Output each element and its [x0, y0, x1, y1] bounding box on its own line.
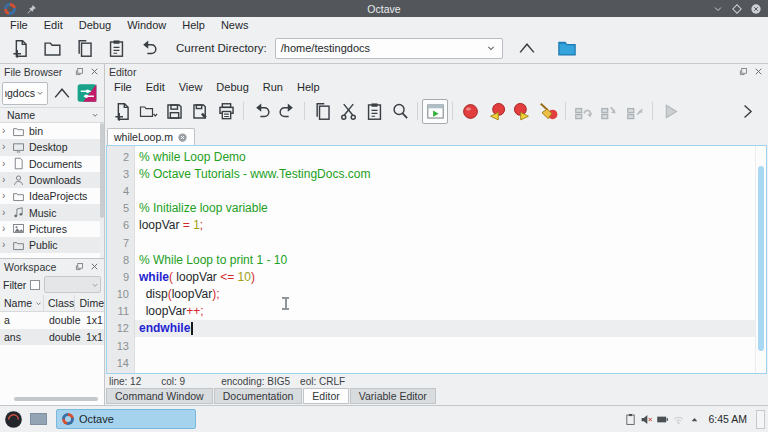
scrollbar-thumb[interactable]: [100, 123, 104, 218]
open-folder-dd-button[interactable]: [135, 99, 161, 124]
expander-icon[interactable]: ›: [2, 191, 11, 201]
find-button[interactable]: [387, 99, 413, 124]
code-lines[interactable]: 2% while Loop Demo3% Octave Tutorials - …: [107, 146, 766, 373]
main-menu-item-help[interactable]: Help: [174, 19, 213, 31]
code-editor-area[interactable]: 2% while Loop Demo3% Octave Tutorials - …: [106, 145, 767, 374]
up-directory-button[interactable]: [511, 36, 543, 60]
workspace-horizontal-scrollbar[interactable]: [14, 397, 98, 401]
chevron-down-icon[interactable]: [485, 42, 497, 54]
browse-folder-button[interactable]: [551, 36, 583, 60]
volume-muted-icon[interactable]: [640, 413, 653, 426]
filter-checkbox[interactable]: [30, 280, 40, 290]
expander-icon[interactable]: ›: [2, 159, 11, 169]
bottom-tab-editor[interactable]: Editor: [303, 388, 348, 404]
file-browser-item-downloads[interactable]: ›Downloads: [0, 172, 104, 188]
chevron-down-icon[interactable]: [90, 110, 100, 120]
code-line[interactable]: 9while( loopVar <= 10): [107, 268, 766, 285]
workspace-column-name[interactable]: Name: [0, 295, 44, 311]
overflow-button[interactable]: [734, 99, 760, 124]
open-folder-button[interactable]: [36, 36, 68, 60]
expand-tray-icon[interactable]: [688, 413, 701, 426]
bottom-tab-documentation[interactable]: Documentation: [214, 388, 303, 404]
directory-up-button[interactable]: [51, 82, 73, 104]
file-browser-column-header[interactable]: Name: [0, 107, 104, 123]
expander-icon[interactable]: ›: [2, 224, 11, 234]
breakpoint-prev-button[interactable]: [483, 99, 509, 124]
code-line[interactable]: 12endwhile: [107, 320, 766, 337]
chevron-down-icon[interactable]: [35, 88, 45, 98]
pin-icon[interactable]: [25, 2, 38, 15]
tab-close-icon[interactable]: [177, 132, 188, 143]
code-line[interactable]: 14: [107, 354, 766, 371]
application-launcher-icon[interactable]: [4, 410, 23, 429]
editor-menu-item-edit[interactable]: Edit: [139, 81, 172, 93]
paste-button[interactable]: [100, 36, 132, 60]
main-menu-item-debug[interactable]: Debug: [71, 19, 119, 31]
editor-menu-item-debug[interactable]: Debug: [209, 81, 255, 93]
workspace-row[interactable]: ansdouble1x1: [0, 329, 104, 346]
dock-close-button[interactable]: [753, 66, 764, 77]
file-browser-scrollbar[interactable]: [100, 123, 104, 258]
new-script-button[interactable]: [109, 99, 135, 124]
breakpoints-clear-button[interactable]: [535, 99, 561, 124]
step-in-button[interactable]: [596, 99, 622, 124]
editor-menu-item-file[interactable]: File: [107, 81, 139, 93]
code-line[interactable]: 2% while Loop Demo: [107, 148, 766, 165]
step-over-button[interactable]: [570, 99, 596, 124]
run-in-window-button[interactable]: [422, 99, 448, 124]
code-line[interactable]: 5% Initialize loop variable: [107, 200, 766, 217]
undo-button[interactable]: [248, 99, 274, 124]
file-browser-item-pictures[interactable]: ›Pictures: [0, 221, 104, 237]
breakpoint-toggle-button[interactable]: [457, 99, 483, 124]
code-line[interactable]: 8% While Loop to print 1 - 10: [107, 251, 766, 268]
clipboard-icon[interactable]: [624, 413, 637, 426]
code-line[interactable]: 11 loopVar++;: [107, 303, 766, 320]
new-script-button[interactable]: [4, 36, 36, 60]
clock[interactable]: 6:45 AM: [708, 413, 747, 425]
bottom-tab-command-window[interactable]: Command Window: [106, 388, 213, 404]
file-browser-titlebar[interactable]: File Browser: [0, 64, 104, 79]
cut-button[interactable]: [335, 99, 361, 124]
workspace-titlebar[interactable]: Workspace: [0, 259, 104, 274]
network-icon[interactable]: [672, 413, 685, 426]
expander-icon[interactable]: ›: [2, 126, 11, 136]
bottom-tab-variable-editor[interactable]: Variable Editor: [350, 388, 436, 404]
file-browser-item-bin[interactable]: ›bin: [0, 123, 104, 139]
dock-float-button[interactable]: [74, 261, 85, 272]
copy-button[interactable]: [309, 99, 335, 124]
editor-menu-item-help[interactable]: Help: [290, 81, 327, 93]
window-maximize-button[interactable]: [731, 3, 743, 15]
file-browser-item-music[interactable]: ›Music: [0, 204, 104, 220]
redo-button[interactable]: [274, 99, 300, 124]
breakpoint-next-button[interactable]: [509, 99, 535, 124]
window-close-button[interactable]: [750, 3, 762, 15]
main-menu-item-window[interactable]: Window: [119, 19, 174, 31]
code-line[interactable]: 3% Octave Tutorials - www.TestingDocs.co…: [107, 165, 766, 182]
file-browser-item-desktop[interactable]: ›Desktop: [0, 139, 104, 155]
code-line[interactable]: 10 disp(loopVar);: [107, 286, 766, 303]
window-minimize-button[interactable]: [712, 3, 724, 15]
editor-menu-item-run[interactable]: Run: [256, 81, 290, 93]
code-line[interactable]: 6loopVar = 1;: [107, 217, 766, 234]
undo-button[interactable]: [132, 36, 164, 60]
save-as-button[interactable]: [187, 99, 213, 124]
dock-float-button[interactable]: [74, 66, 85, 77]
code-line[interactable]: 7: [107, 234, 766, 251]
step-out-button[interactable]: [622, 99, 648, 124]
editor-menu-item-view[interactable]: View: [172, 81, 210, 93]
workspace-row[interactable]: adouble1x1: [0, 312, 104, 329]
folder-settings-button[interactable]: [76, 82, 98, 104]
window-titlebar[interactable]: Octave: [0, 0, 768, 17]
expander-icon[interactable]: ›: [2, 175, 11, 185]
dock-close-button[interactable]: [89, 66, 100, 77]
editor-titlebar[interactable]: Editor: [105, 64, 768, 79]
main-menu-item-file[interactable]: File: [2, 19, 36, 31]
battery-icon[interactable]: [656, 413, 669, 426]
file-browser-path-combobox[interactable]: testingdocs: [2, 82, 48, 105]
print-button[interactable]: [213, 99, 239, 124]
code-line[interactable]: 13: [107, 337, 766, 354]
file-browser-item-documents[interactable]: ›Documents: [0, 156, 104, 172]
virtual-desktop-pager[interactable]: [30, 413, 47, 425]
run-disabled-button[interactable]: [657, 99, 683, 124]
dock-close-button[interactable]: [89, 261, 100, 272]
